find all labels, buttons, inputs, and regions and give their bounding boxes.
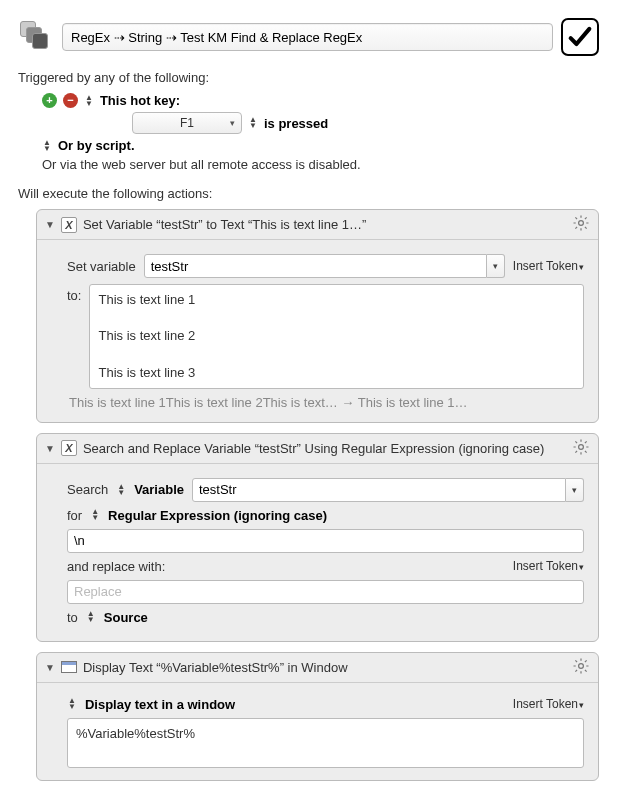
hotkey-field[interactable]: F1 ▾ — [132, 112, 242, 134]
macro-title-input[interactable] — [62, 23, 553, 51]
preview-text: This is text line 1This is text line 2Th… — [67, 395, 584, 410]
search-variable-input[interactable] — [192, 478, 566, 502]
display-mode-label: Display text in a window — [85, 697, 505, 712]
regex-input[interactable] — [67, 529, 584, 553]
match-type-stepper[interactable]: ▲▼ — [90, 509, 100, 521]
action-title: Display Text “%Variable%testStr%” in Win… — [83, 660, 566, 675]
variable-name-input[interactable] — [144, 254, 487, 278]
variable-label: Variable — [134, 482, 184, 497]
disclosure-icon[interactable]: ▼ — [45, 443, 55, 454]
svg-line-15 — [585, 451, 587, 453]
replace-with-label: and replace with: — [67, 559, 505, 574]
trigger-type-stepper[interactable]: ▲▼ — [84, 95, 94, 107]
action-title: Search and Replace Variable “testStr” Us… — [83, 441, 566, 456]
action-set-variable: ▼ X Set Variable “testStr” to Text “This… — [36, 209, 599, 423]
to-label: to — [67, 610, 78, 625]
insert-token-button[interactable]: Insert Token▾ — [513, 259, 584, 273]
text-body-input[interactable]: This is text line 1 This is text line 2 … — [89, 284, 584, 389]
actions-intro: Will execute the following actions: — [18, 186, 599, 201]
script-stepper[interactable]: ▲▼ — [42, 140, 52, 152]
script-label: Or by script. — [58, 138, 135, 153]
variable-picker-dropdown[interactable]: ▾ — [487, 254, 505, 278]
action-header[interactable]: ▼ X Search and Replace Variable “testStr… — [37, 434, 598, 464]
gear-icon[interactable] — [572, 657, 590, 678]
disclosure-icon[interactable]: ▼ — [45, 662, 55, 673]
gear-icon[interactable] — [572, 438, 590, 459]
add-trigger-icon[interactable]: + — [42, 93, 57, 108]
webserver-note: Or via the web server but all remote acc… — [42, 157, 361, 172]
action-title: Set Variable “testStr” to Text “This is … — [83, 217, 566, 232]
triggers-intro: Triggered by any of the following: — [18, 70, 599, 85]
window-icon — [61, 661, 77, 673]
hotkey-value: F1 — [180, 116, 194, 130]
gear-icon[interactable] — [572, 214, 590, 235]
svg-line-24 — [585, 670, 587, 672]
svg-line-23 — [575, 660, 577, 662]
variable-icon: X — [61, 440, 77, 456]
svg-line-5 — [575, 217, 577, 219]
variable-icon: X — [61, 217, 77, 233]
variable-picker-dropdown[interactable]: ▾ — [566, 478, 584, 502]
svg-line-6 — [585, 227, 587, 229]
action-display-text: ▼ Display Text “%Variable%testStr%” in W… — [36, 652, 599, 781]
regex-label: Regular Expression (ignoring case) — [108, 508, 327, 523]
svg-line-17 — [585, 441, 587, 443]
pressed-label: is pressed — [264, 116, 328, 131]
svg-point-0 — [579, 221, 584, 226]
macro-group-icon — [18, 19, 54, 55]
action-header[interactable]: ▼ Display Text “%Variable%testStr%” in W… — [37, 653, 598, 683]
hotkey-label: This hot key: — [100, 93, 180, 108]
replace-input[interactable] — [67, 580, 584, 604]
for-label: for — [67, 508, 82, 523]
svg-line-14 — [575, 441, 577, 443]
enabled-toggle[interactable] — [561, 18, 599, 56]
svg-line-7 — [575, 227, 577, 229]
svg-point-18 — [579, 664, 584, 669]
svg-point-9 — [579, 445, 584, 450]
svg-line-8 — [585, 217, 587, 219]
display-mode-stepper[interactable]: ▲▼ — [67, 698, 77, 710]
set-variable-label: Set variable — [67, 259, 136, 274]
search-scope-stepper[interactable]: ▲▼ — [116, 484, 126, 496]
to-label: to: — [67, 284, 81, 303]
source-label: Source — [104, 610, 148, 625]
disclosure-icon[interactable]: ▼ — [45, 219, 55, 230]
search-label: Search — [67, 482, 108, 497]
svg-line-26 — [585, 660, 587, 662]
action-header[interactable]: ▼ X Set Variable “testStr” to Text “This… — [37, 210, 598, 240]
dest-stepper[interactable]: ▲▼ — [86, 611, 96, 623]
display-text-input[interactable]: %Variable%testStr% — [67, 718, 584, 768]
insert-token-button[interactable]: Insert Token▾ — [513, 697, 584, 711]
svg-line-16 — [575, 451, 577, 453]
pressed-stepper[interactable]: ▲▼ — [248, 117, 258, 129]
remove-trigger-icon[interactable]: − — [63, 93, 78, 108]
insert-token-button[interactable]: Insert Token▾ — [513, 559, 584, 573]
action-search-replace: ▼ X Search and Replace Variable “testStr… — [36, 433, 599, 642]
svg-line-25 — [575, 670, 577, 672]
